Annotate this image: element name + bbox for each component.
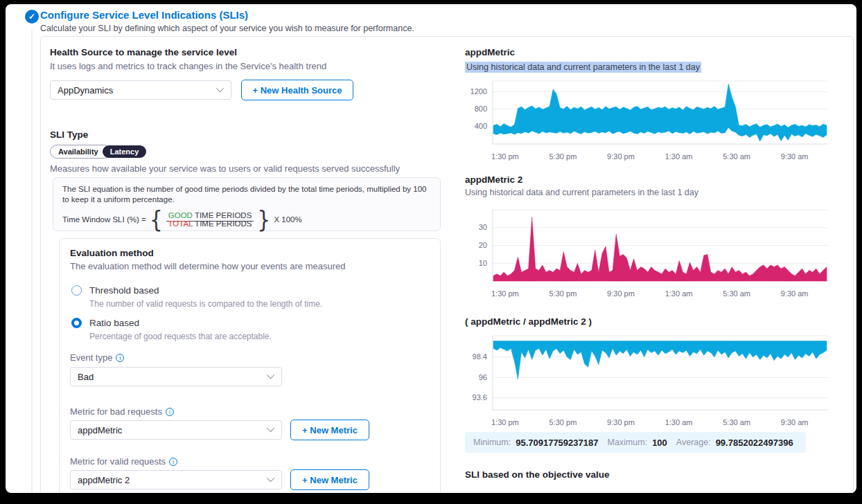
- minimum-label: Minimum:: [473, 438, 511, 447]
- bad-metric-label: Metric for bad requests: [70, 406, 174, 417]
- sli-type-toggle: Availability Latency: [50, 145, 146, 159]
- svg-text:400: 400: [475, 122, 487, 130]
- health-source-desc: It uses logs and metrics to track change…: [50, 61, 326, 71]
- svg-text:1:30 pm: 1:30 pm: [491, 152, 519, 161]
- new-metric-button-bad[interactable]: + New Metric: [290, 420, 369, 440]
- valid-metric-select[interactable]: appdMetric 2: [70, 470, 282, 489]
- minimum-value: 95.70917759237187: [516, 438, 598, 448]
- equation-multiplier: X 100%: [274, 215, 301, 224]
- svg-text:10: 10: [479, 259, 487, 267]
- sli-equation-box: The SLI equation is the number of good t…: [53, 177, 441, 231]
- svg-text:30: 30: [479, 223, 487, 231]
- svg-text:9:30 pm: 9:30 pm: [607, 289, 635, 298]
- left-brace: {: [150, 208, 163, 232]
- chevron-down-icon: [267, 474, 274, 481]
- bad-metric-select[interactable]: appdMetric: [70, 420, 282, 440]
- svg-text:9:30 am: 9:30 am: [781, 418, 809, 426]
- average-value: 99.7852022497396: [716, 438, 793, 448]
- health-source-select[interactable]: AppDynamics: [50, 80, 231, 100]
- svg-text:98.4: 98.4: [473, 352, 487, 361]
- ratio-based-desc: Percentage of good requests that are acc…: [89, 332, 272, 341]
- sli-measures-text: Measures how available your service was …: [50, 163, 400, 174]
- event-type-value: Bad: [78, 372, 94, 382]
- new-health-source-button[interactable]: + New Health Source: [241, 80, 353, 100]
- svg-text:800: 800: [475, 105, 487, 113]
- chart2-title: appdMetric 2: [465, 174, 522, 185]
- right-brace: }: [257, 208, 270, 232]
- evaluation-method-panel: [59, 238, 441, 493]
- chevron-down-icon: [267, 370, 274, 378]
- event-type-select[interactable]: Bad: [70, 367, 282, 386]
- chevron-down-icon: [267, 424, 274, 431]
- evaluation-method-desc: The evaluation method will determine how…: [70, 261, 345, 271]
- new-metric-button-valid[interactable]: + New Metric: [290, 469, 369, 490]
- average-label: Average:: [676, 438, 711, 447]
- svg-text:1200: 1200: [470, 87, 487, 96]
- svg-text:9:30 am: 9:30 am: [781, 289, 809, 298]
- svg-text:5:30 am: 5:30 am: [723, 152, 750, 161]
- svg-text:5:30 pm: 5:30 pm: [549, 152, 577, 161]
- appdmetric-chart: 40080012001:30 pm5:30 pm9:30 pm1:30 am5:…: [464, 73, 832, 165]
- sli-stats-bar: Minimum: 95.70917759237187 Maximum: 100 …: [465, 432, 806, 453]
- bad-metric-value: appdMetric: [78, 425, 122, 435]
- health-source-select-value: AppDynamics: [58, 85, 113, 96]
- total-word: TOTAL: [168, 219, 193, 228]
- equation-lhs: Time Window SLI (%) =: [62, 215, 146, 224]
- page-card: Configure Service Level Indications (SLI…: [6, 4, 856, 493]
- equation-fraction: GOOD TIME PERIODS TOTAL TIME PERIODS: [166, 211, 254, 228]
- info-icon[interactable]: [169, 458, 177, 466]
- valid-metric-label: Metric for valid requests: [70, 456, 177, 467]
- chart1-subtitle: Using historical data and current parame…: [465, 62, 701, 73]
- maximum-value: 100: [652, 438, 667, 448]
- info-icon[interactable]: [116, 354, 124, 362]
- ratio-based-radio[interactable]: [71, 318, 82, 328]
- valid-metric-value: appdMetric 2: [78, 475, 130, 485]
- threshold-based-label[interactable]: Threshold based: [89, 285, 159, 296]
- svg-text:5:30 pm: 5:30 pm: [549, 418, 577, 426]
- chevron-down-icon: [216, 84, 224, 91]
- stepper-line: [31, 29, 33, 493]
- equation-formula: Time Window SLI (%) = { GOOD TIME PERIOD…: [62, 209, 431, 230]
- svg-text:9:30 pm: 9:30 pm: [607, 152, 635, 161]
- svg-text:5:30 am: 5:30 am: [723, 289, 750, 298]
- event-type-label: Event type: [70, 352, 124, 363]
- screen: Configure Service Level Indications (SLI…: [0, 0, 862, 504]
- sli-objective-heading: SLI based on the objective value: [465, 469, 610, 480]
- chart3-title: ( appdMetric / appdMetric 2 ): [465, 316, 592, 327]
- evaluation-method-title: Evaluation method: [70, 248, 154, 258]
- total-rest: TIME PERIODS: [193, 219, 252, 228]
- maximum-label: Maximum:: [607, 438, 647, 447]
- svg-text:5:30 pm: 5:30 pm: [549, 289, 577, 298]
- threshold-based-radio[interactable]: [71, 285, 82, 296]
- svg-text:5:30 am: 5:30 am: [723, 418, 750, 426]
- equation-description: The SLI equation is the number of good t…: [62, 184, 430, 205]
- chart1-title: appdMetric: [465, 47, 515, 57]
- appdmetric2-chart: 1020301:30 pm5:30 pm9:30 pm1:30 am5:30 a…: [464, 202, 832, 302]
- threshold-based-desc: The number of valid requests is compared…: [89, 299, 322, 309]
- svg-text:20: 20: [479, 241, 487, 249]
- step-complete-check-icon: [25, 10, 39, 24]
- info-icon[interactable]: [166, 408, 174, 416]
- svg-text:1:30 pm: 1:30 pm: [491, 418, 519, 426]
- svg-text:1:30 am: 1:30 am: [665, 289, 693, 298]
- page-subtitle: Calculate your SLI by defining which asp…: [40, 24, 414, 33]
- svg-text:9:30 am: 9:30 am: [781, 152, 809, 161]
- ratio-based-label[interactable]: Ratio based: [89, 318, 139, 328]
- page-title: Configure Service Level Indications (SLI…: [40, 9, 248, 21]
- svg-text:93.6: 93.6: [473, 393, 487, 402]
- ratio-chart: 98.49693.61:30 pm5:30 pm9:30 pm1:30 am5:…: [464, 328, 832, 431]
- health-source-label: Health Source to manage the service leve…: [50, 47, 237, 57]
- chart2-subtitle: Using historical data and current parame…: [465, 188, 698, 197]
- svg-text:1:30 am: 1:30 am: [665, 418, 693, 426]
- svg-text:1:30 am: 1:30 am: [665, 152, 693, 161]
- svg-text:96: 96: [479, 373, 487, 381]
- sli-type-label: SLI Type: [50, 129, 88, 140]
- sli-type-latency-pill[interactable]: Latency: [103, 145, 147, 158]
- svg-text:1:30 pm: 1:30 pm: [491, 289, 519, 298]
- sli-type-availability-pill[interactable]: Availability: [50, 145, 111, 159]
- svg-text:9:30 pm: 9:30 pm: [607, 418, 635, 426]
